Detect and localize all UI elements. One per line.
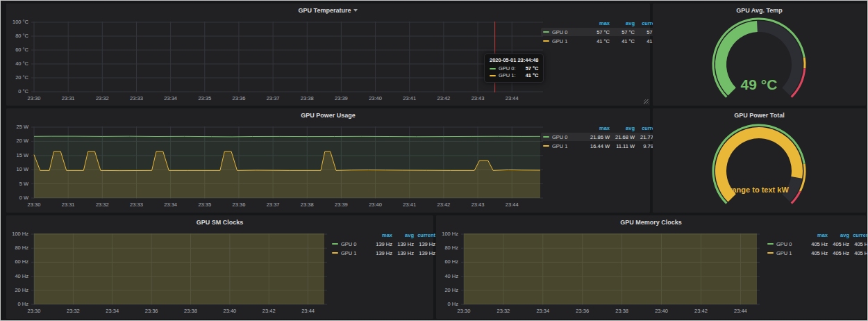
legend-value: 139 Hz <box>371 241 392 247</box>
panel-title-gpu-sm-clocks[interactable]: GPU SM Clocks <box>6 217 433 227</box>
legend-series-name[interactable]: GPU 0 <box>341 241 357 247</box>
x-axis-tick-label: 23:32 <box>96 202 109 208</box>
x-axis-tick-label: 23:30 <box>458 308 471 314</box>
panel-title-gpu-power-usage[interactable]: GPU Power Usage <box>6 110 650 120</box>
graph-tooltip: 2020-05-01 23:44:48 GPU 0: 57 °C GPU 1: … <box>484 54 544 83</box>
legend-table: maxavgcurrentGPU 0405 Hz405 Hz405 HzGPU … <box>765 231 868 258</box>
x-axis-tick-label: 23:43 <box>471 202 485 208</box>
y-axis-tick-label: 40 Hz <box>5 274 28 279</box>
y-axis-tick-label: 15 W <box>5 153 28 158</box>
panel-gpu-power-total: GPU Power Total range to text kW <box>653 108 866 213</box>
panel-gpu-avg-temp: GPU Avg. Temp 49 °C <box>653 3 866 106</box>
tooltip-row: GPU 1: 41 °C <box>490 72 538 79</box>
y-axis-tick-label: 80 Hz <box>435 245 458 251</box>
x-axis-tick-label: 23:34 <box>106 308 119 314</box>
legend-series-name[interactable]: GPU 0 <box>552 134 568 140</box>
panel-title-text: GPU SM Clocks <box>197 219 244 226</box>
panel-gpu-temperature: GPU Temperature 2020-05-01 23:44:48 GPU … <box>6 3 650 106</box>
x-axis-tick-label: 23:38 <box>184 308 197 314</box>
legend-row: GPU 1139 Hz139 Hz139 Hz <box>330 249 437 257</box>
legend-value: 139 Hz <box>371 250 392 256</box>
y-axis-tick-label: 20 °C <box>5 75 28 81</box>
x-axis-tick-label: 23:44 <box>301 308 315 314</box>
y-axis-tick-label: 80 Hz <box>5 245 28 251</box>
y-axis-tick-label: 40 °C <box>5 61 28 67</box>
y-axis-tick-label: 0 W <box>5 195 28 201</box>
y-axis-tick-label: 0 °C <box>5 89 28 94</box>
legend-row: GPU 021.86 W21.68 W21.77 W <box>541 133 662 141</box>
legend-series-name[interactable]: GPU 0 <box>552 29 568 35</box>
legend-header[interactable]: current <box>849 232 868 238</box>
series-color-dash <box>332 252 338 254</box>
tooltip-series-name: GPU 0: <box>499 65 516 72</box>
x-axis-tick-label: 23:44 <box>734 308 747 314</box>
x-axis-tick-label: 23:41 <box>403 96 416 101</box>
legend-series-name[interactable]: GPU 1 <box>552 38 568 44</box>
legend-value: 405 Hz <box>828 241 849 247</box>
y-axis-tick-label: 20 W <box>5 138 28 144</box>
y-axis-tick-label: 60 Hz <box>435 259 458 265</box>
legend-value: 405 Hz <box>806 250 828 256</box>
x-axis-tick-label: 23:34 <box>164 202 177 208</box>
legend-value: 57 °C <box>585 29 610 35</box>
legend-header[interactable]: avg <box>610 20 635 26</box>
x-axis-tick-label: 23:43 <box>471 96 485 101</box>
power-plot[interactable] <box>31 126 547 200</box>
x-axis-tick-label: 23:36 <box>233 96 246 101</box>
sm_clocks-plot[interactable] <box>31 233 331 306</box>
x-axis-tick-label: 23:34 <box>164 96 177 101</box>
tooltip-row: GPU 0: 57 °C <box>490 65 538 72</box>
x-axis-tick-label: 23:32 <box>67 308 80 314</box>
legend-header-row: maxavgcurrent <box>765 231 868 239</box>
y-axis-tick-label: 40 Hz <box>435 274 458 279</box>
panel-resize-handle[interactable] <box>644 99 649 104</box>
tooltip-series-value: 41 °C <box>519 72 539 79</box>
x-axis-tick-label: 23:44 <box>506 202 519 208</box>
legend-table: maxavgcurrentGPU 0139 Hz139 Hz139 HzGPU … <box>330 231 437 258</box>
x-axis-tick-label: 23:42 <box>437 96 450 101</box>
legend-value: 405 Hz <box>849 241 868 247</box>
panel-title-gpu-temperature[interactable]: GPU Temperature <box>6 6 650 15</box>
tooltip-series-value: 57 °C <box>519 65 539 72</box>
legend-header[interactable]: max <box>585 20 610 26</box>
legend-value: 21.68 W <box>610 134 635 140</box>
x-axis-tick-label: 23:31 <box>62 96 75 101</box>
legend-series-name[interactable]: GPU 1 <box>341 250 357 256</box>
legend-header[interactable]: avg <box>392 232 414 238</box>
legend-value: 41 °C <box>585 38 610 44</box>
legend-value: 57 °C <box>610 29 635 35</box>
series-color-dash <box>767 252 774 254</box>
legend-header[interactable]: max <box>371 232 392 238</box>
legend-table: maxavgcurrentGPU 057 °C57 °C57 °CGPU 141… <box>541 19 662 46</box>
legend-series-name[interactable]: GPU 1 <box>776 250 792 256</box>
panel-title-gpu-memory-clocks[interactable]: GPU Memory Clocks <box>436 217 866 227</box>
legend-header[interactable]: max <box>806 232 828 238</box>
legend-header[interactable]: avg <box>610 125 635 131</box>
series-color-dash <box>543 145 549 147</box>
legend-header[interactable]: current <box>414 232 435 238</box>
mem_clocks-plot[interactable] <box>461 233 764 306</box>
legend-row: GPU 057 °C57 °C57 °C <box>541 28 662 36</box>
x-axis-tick-label: 23:40 <box>655 308 668 314</box>
x-axis-tick-label: 23:32 <box>96 96 109 101</box>
legend-series-name[interactable]: GPU 1 <box>552 143 568 149</box>
x-axis-tick-label: 23:35 <box>198 96 211 101</box>
x-axis-tick-label: 23:38 <box>301 96 314 101</box>
legend-row: GPU 1405 Hz405 Hz405 Hz <box>765 249 868 257</box>
legend-header[interactable]: avg <box>828 232 849 238</box>
y-axis-tick-label: 10 W <box>5 167 28 172</box>
x-axis-tick-label: 23:36 <box>233 202 246 208</box>
y-axis-tick-label: 5 W <box>5 181 28 187</box>
x-axis-tick-label: 23:33 <box>130 96 143 101</box>
x-axis-tick-label: 23:40 <box>369 202 382 208</box>
x-axis-tick-label: 23:38 <box>301 202 314 208</box>
series-line <box>34 136 540 137</box>
x-axis-tick-label: 23:41 <box>403 202 416 208</box>
x-axis-tick-label: 23:30 <box>28 202 41 208</box>
legend-header[interactable]: max <box>585 125 610 131</box>
y-axis-tick-label: 60 Hz <box>5 259 28 265</box>
temperature-plot[interactable] <box>31 22 547 94</box>
series-color-dash <box>332 243 338 245</box>
legend-series-name[interactable]: GPU 0 <box>776 241 792 247</box>
legend-value: 139 Hz <box>392 241 414 247</box>
